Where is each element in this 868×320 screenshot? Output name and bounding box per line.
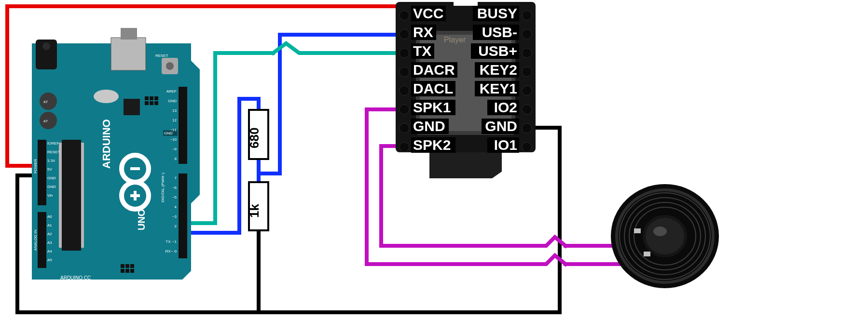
svg-point-78 bbox=[400, 105, 409, 114]
svg-point-79 bbox=[400, 123, 409, 133]
arduino-uno: RESET 47 47 ARDUINO UNO ARDUINO.CC bbox=[32, 28, 200, 280]
svg-point-77 bbox=[400, 86, 409, 95]
svg-text:RESET: RESET bbox=[47, 150, 60, 154]
svg-rect-16 bbox=[150, 101, 153, 105]
svg-rect-11 bbox=[124, 99, 140, 115]
svg-text:SPK1: SPK1 bbox=[413, 99, 451, 115]
svg-text:AREF: AREF bbox=[166, 89, 177, 93]
dfplayer-mini: Player VCC RX TX DACR DACL SPK1 GND SPK2… bbox=[396, 0, 536, 178]
svg-text:IOREF: IOREF bbox=[47, 141, 59, 146]
svg-text:VCC: VCC bbox=[413, 5, 443, 21]
svg-rect-12 bbox=[145, 96, 149, 100]
svg-rect-17 bbox=[154, 101, 158, 105]
svg-point-10 bbox=[94, 90, 119, 103]
svg-text:IO2: IO2 bbox=[494, 99, 517, 115]
svg-text:4: 4 bbox=[175, 205, 177, 209]
svg-text:GND: GND bbox=[168, 99, 177, 103]
svg-text:A2: A2 bbox=[47, 232, 52, 236]
arduino-url: ARDUINO.CC bbox=[60, 275, 91, 280]
svg-rect-130 bbox=[634, 228, 641, 233]
svg-point-80 bbox=[400, 142, 409, 152]
svg-rect-63 bbox=[130, 264, 134, 268]
r2-label: 1k bbox=[247, 204, 262, 218]
svg-text:GND: GND bbox=[47, 185, 56, 189]
r1-label: 680 bbox=[247, 128, 262, 148]
svg-text:47: 47 bbox=[43, 100, 48, 104]
svg-text:GND: GND bbox=[413, 118, 445, 134]
svg-text:~9: ~9 bbox=[172, 147, 177, 151]
svg-text:RX←0: RX←0 bbox=[165, 249, 177, 253]
svg-rect-14 bbox=[154, 96, 158, 100]
arduino-brand: ARDUINO bbox=[100, 119, 112, 169]
svg-text:~10: ~10 bbox=[170, 137, 177, 142]
svg-text:~6: ~6 bbox=[172, 186, 177, 190]
svg-text:KEY2: KEY2 bbox=[480, 62, 517, 78]
svg-rect-0 bbox=[111, 38, 146, 70]
wiring-diagram: RESET 47 47 ARDUINO UNO ARDUINO.CC bbox=[0, 0, 868, 320]
svg-text:13: 13 bbox=[172, 108, 177, 113]
svg-rect-15 bbox=[145, 101, 149, 105]
svg-text:A5: A5 bbox=[47, 258, 52, 262]
svg-point-88 bbox=[522, 142, 532, 152]
svg-rect-70 bbox=[454, 0, 478, 6]
svg-text:GND: GND bbox=[47, 176, 56, 180]
svg-rect-18 bbox=[62, 140, 81, 251]
svg-text:~5: ~5 bbox=[172, 195, 177, 200]
svg-point-73 bbox=[400, 11, 409, 20]
svg-point-83 bbox=[522, 48, 532, 58]
svg-rect-131 bbox=[644, 252, 650, 256]
svg-point-3 bbox=[42, 42, 50, 50]
analog-label: ANALOG IN bbox=[33, 229, 38, 251]
svg-point-87 bbox=[522, 123, 532, 133]
svg-text:KEY1: KEY1 bbox=[480, 80, 517, 96]
svg-rect-20 bbox=[81, 143, 84, 248]
svg-rect-26 bbox=[38, 140, 46, 205]
svg-text:8: 8 bbox=[175, 157, 177, 161]
svg-rect-64 bbox=[121, 269, 124, 273]
svg-point-129 bbox=[653, 227, 667, 236]
svg-text:12: 12 bbox=[172, 118, 177, 122]
svg-point-81 bbox=[522, 11, 532, 20]
svg-text:5V: 5V bbox=[47, 167, 52, 172]
svg-text:GND: GND bbox=[485, 118, 517, 134]
svg-point-82 bbox=[522, 29, 532, 39]
svg-rect-1 bbox=[121, 28, 137, 40]
resistor-680: 680 bbox=[247, 110, 268, 159]
dfplayer-chip-text: Player bbox=[444, 36, 466, 44]
svg-text:47: 47 bbox=[43, 119, 48, 123]
svg-text:TX: TX bbox=[413, 43, 431, 59]
svg-point-75 bbox=[400, 48, 409, 58]
svg-point-85 bbox=[522, 86, 532, 95]
svg-point-6 bbox=[40, 93, 57, 110]
svg-text:A3: A3 bbox=[47, 240, 52, 245]
svg-point-5 bbox=[166, 62, 174, 70]
svg-rect-62 bbox=[125, 264, 129, 268]
svg-text:3.3V: 3.3V bbox=[47, 159, 55, 163]
svg-text:~11: ~11 bbox=[170, 128, 177, 132]
svg-text:USB-: USB- bbox=[482, 24, 517, 40]
digital-label: DIGITAL (PWM~) bbox=[161, 173, 165, 202]
resistor-1k: 1k bbox=[247, 182, 268, 230]
svg-rect-66 bbox=[130, 269, 134, 273]
svg-rect-13 bbox=[150, 96, 153, 100]
speaker bbox=[611, 184, 719, 288]
svg-text:~3: ~3 bbox=[172, 214, 177, 219]
svg-rect-41 bbox=[179, 87, 187, 164]
svg-rect-19 bbox=[59, 143, 62, 248]
svg-text:SPK2: SPK2 bbox=[413, 137, 451, 153]
svg-point-86 bbox=[522, 105, 532, 114]
svg-text:DACR: DACR bbox=[413, 62, 455, 78]
svg-text:A1: A1 bbox=[47, 223, 52, 227]
svg-text:2: 2 bbox=[175, 224, 177, 228]
svg-point-74 bbox=[400, 29, 409, 39]
svg-text:TX→1: TX→1 bbox=[165, 240, 177, 244]
svg-text:DACL: DACL bbox=[413, 80, 453, 96]
svg-point-128 bbox=[646, 218, 684, 254]
svg-text:USB+: USB+ bbox=[478, 43, 517, 59]
svg-rect-61 bbox=[121, 264, 124, 268]
svg-point-84 bbox=[522, 67, 532, 77]
svg-text:Vin: Vin bbox=[47, 193, 53, 198]
reset-label: RESET bbox=[155, 53, 168, 58]
svg-rect-42 bbox=[179, 173, 187, 258]
svg-text:RX: RX bbox=[413, 24, 433, 40]
